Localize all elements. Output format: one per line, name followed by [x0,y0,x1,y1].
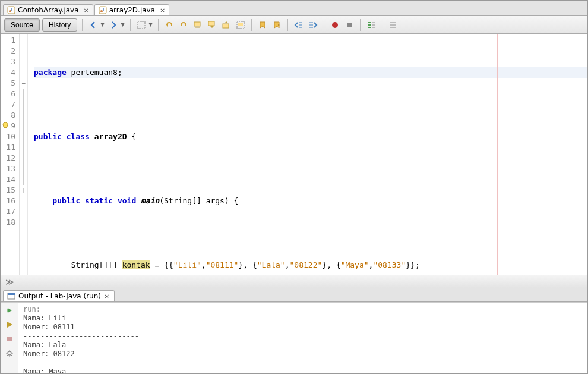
breadcrumb-chevron-icon[interactable]: ≫ [5,277,14,287]
editor-toolbar: Source History ▼ ▼ ▼ [1,16,587,34]
dropdown-icon[interactable]: ▼ [121,22,125,27]
toggle-highlight-icon[interactable] [235,19,246,31]
java-file-icon [7,6,15,14]
stop-macro-icon[interactable] [343,19,355,31]
dropdown-icon[interactable]: ▼ [148,22,153,27]
file-tab-contoharray[interactable]: ContohArray.java × [3,4,93,15]
shift-left-icon[interactable] [293,19,305,31]
java-file-icon [99,6,107,14]
run-icon[interactable] [4,319,15,330]
selection-icon[interactable] [135,19,147,31]
output-panel: run: Nama: Lili Nomer: 08111 -----------… [1,302,587,373]
find-selection-icon[interactable] [192,19,204,31]
separator [130,19,131,31]
separator [158,19,159,31]
file-tab-array2d[interactable]: array2D.java × [94,4,170,15]
find-next-icon[interactable] [220,19,232,31]
svg-rect-16 [8,293,15,295]
svg-rect-17 [7,337,12,341]
output-tabs-row: Output - Lab-Java (run) × [1,288,587,302]
close-icon[interactable]: × [104,293,109,300]
stop-icon[interactable] [4,334,15,344]
file-tab-label: ContohArray.java [18,6,79,14]
file-tabs-row: ContohArray.java × array2D.java × [1,1,587,16]
start-macro-icon[interactable] [329,19,341,31]
svg-rect-0 [8,7,15,14]
comment-icon[interactable] [365,19,377,31]
dropdown-icon[interactable]: ▼ [100,22,105,27]
nav-forward-icon[interactable] [108,19,119,31]
svg-rect-14 [4,127,7,128]
source-button[interactable]: Source [4,18,40,32]
close-icon[interactable]: × [160,7,165,14]
fold-toggle-icon[interactable]: − [21,81,26,86]
line-number-gutter: 1 2 3 4 5 6 7 8 9 10 11 12 13 14 15 16 1… [1,34,20,275]
redo-icon[interactable] [178,19,189,31]
output-window-icon [7,292,15,300]
separator [360,19,361,31]
lightbulb-icon[interactable] [2,122,9,129]
svg-rect-10 [238,23,243,26]
output-text[interactable]: run: Nama: Lili Nomer: 08111 -----------… [18,303,587,373]
svg-rect-6 [194,22,200,26]
rerun-icon[interactable] [4,305,15,316]
code-content[interactable]: package pertemuan8; public class array2D… [28,34,587,275]
settings-icon[interactable] [4,348,15,359]
close-icon[interactable]: × [84,7,89,14]
find-prev-icon[interactable] [206,19,218,31]
prev-bookmark-icon[interactable] [257,19,268,31]
svg-point-18 [8,351,11,355]
fold-strip: − [20,34,28,275]
svg-point-3 [100,10,103,12]
svg-point-1 [9,10,11,12]
file-tab-label: array2D.java [109,6,155,14]
svg-rect-7 [208,21,214,26]
uncomment-icon[interactable] [387,19,399,31]
breadcrumb-bar: ≫ [1,275,587,288]
code-editor[interactable]: 1 2 3 4 5 6 7 8 9 10 11 12 13 14 15 16 1… [1,34,587,275]
svg-rect-2 [99,7,106,14]
svg-rect-5 [138,21,145,29]
svg-rect-8 [223,24,229,28]
nav-back-icon[interactable] [87,19,99,31]
svg-rect-12 [347,23,352,27]
output-tab[interactable]: Output - Lab-Java (run) × [3,290,115,301]
right-margin-line [497,34,498,275]
separator [251,19,252,31]
separator [382,19,382,31]
shift-right-icon[interactable] [307,19,319,31]
separator [324,19,324,31]
svg-point-13 [3,122,8,127]
separator [82,19,83,31]
output-button-column [1,303,18,373]
separator [287,19,288,31]
next-bookmark-icon[interactable] [271,19,283,31]
undo-icon[interactable] [163,19,175,31]
hint-line: 9 [1,121,19,131]
svg-point-11 [332,22,338,28]
output-tab-label: Output - Lab-Java (run) [18,292,101,300]
history-button[interactable]: History [42,18,77,32]
